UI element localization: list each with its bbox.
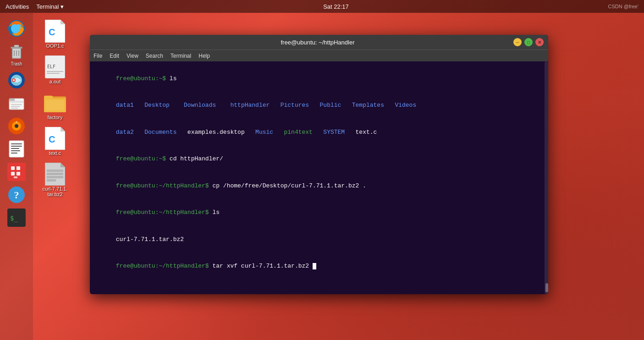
dock-item-firefox[interactable] xyxy=(1,17,32,39)
prompt-1: free@ubuntu:~$ xyxy=(116,75,170,82)
terminal-window: free@ubuntu: ~/httpHandler ─ □ ✕ File Ed… xyxy=(90,35,548,294)
menu-file[interactable]: File xyxy=(94,53,102,59)
ls-documents: Documents xyxy=(144,129,187,136)
svg-rect-5 xyxy=(14,45,19,47)
menu-help[interactable]: Help xyxy=(198,53,210,59)
topbar-right: CSDN @free' xyxy=(608,4,638,9)
terminal-dock-icon: $_ xyxy=(7,208,26,227)
clock: Sat 22:17 xyxy=(323,3,349,10)
factory-folder-icon xyxy=(44,92,66,114)
ls-music: Music xyxy=(255,129,284,136)
maximize-button[interactable]: □ xyxy=(524,38,533,46)
ls-desktop: Desktop xyxy=(144,102,184,109)
menu-view[interactable]: View xyxy=(127,53,138,59)
prompt-cp: free@ubuntu:~/httpHandler$ xyxy=(116,182,213,189)
terminal-scrollbar[interactable] xyxy=(545,61,548,294)
svg-text:?: ? xyxy=(14,189,19,201)
ls-data1: data1 xyxy=(116,102,144,109)
factory-label: factory xyxy=(47,115,62,120)
dock-item-texteditor[interactable] xyxy=(1,138,32,160)
trash-label: Trash xyxy=(11,61,22,66)
firefox-icon xyxy=(7,19,26,38)
ls-tarbz2: curl-7.71.1.tar.bz2 xyxy=(116,236,184,243)
desktop-file-tarbz2[interactable]: curl-7.71.1.tar.bz2 xyxy=(37,161,73,199)
menu-edit[interactable]: Edit xyxy=(110,53,119,59)
svg-rect-16 xyxy=(11,104,22,105)
svg-rect-57 xyxy=(47,176,63,178)
cmd-tar: tar xvf curl-7.71.1.tar.bz2 xyxy=(212,263,312,269)
svg-rect-31 xyxy=(11,172,15,175)
term-line-tar: free@ubuntu:~/httpHandler$ tar xvf curl-… xyxy=(94,253,544,280)
activities-button[interactable]: Activities xyxy=(6,3,29,10)
terminal-title: free@ubuntu: ~/httpHandler xyxy=(122,39,513,46)
dock-item-appgrid[interactable] xyxy=(1,161,32,183)
prompt-tar: free@ubuntu:~/httpHandler$ xyxy=(116,263,213,269)
menu-search[interactable]: Search xyxy=(146,53,163,59)
ls-public: Public xyxy=(320,102,352,109)
svg-rect-25 xyxy=(11,148,19,149)
menu-terminal[interactable]: Terminal xyxy=(171,53,191,59)
rhythmbox-icon xyxy=(7,117,26,135)
terminal-window-controls: ─ □ ✕ xyxy=(513,38,544,46)
textc-icon: C xyxy=(44,127,66,149)
dock-item-terminal[interactable]: $_ xyxy=(1,207,32,229)
trash-icon xyxy=(7,42,26,60)
terminal-menu-arrow: ▾ xyxy=(61,3,64,10)
ls-pin4text: pin4text xyxy=(284,129,324,136)
svg-point-12 xyxy=(13,79,15,81)
cmd-cp: cp /home/free/Desktop/curl-7.71.1.tar.bz… xyxy=(212,182,366,189)
ls-pictures: Pictures xyxy=(281,102,320,109)
desktop-file-textc[interactable]: C text.c xyxy=(37,126,73,158)
term-line-cd: free@ubuntu:~$ cd httpHandler/ xyxy=(94,146,544,173)
cmd-cd: cd httpHandler/ xyxy=(170,155,223,162)
appgrid-icon xyxy=(7,163,26,181)
ls-httphandler: httpHandler xyxy=(230,102,280,109)
desktop-file-aout[interactable]: ELF a.out xyxy=(37,54,73,86)
desktop-file-factory[interactable]: factory xyxy=(37,90,73,122)
svg-marker-39 xyxy=(61,20,65,24)
svg-rect-18 xyxy=(11,108,18,109)
svg-rect-55 xyxy=(47,170,63,172)
texteditor-icon xyxy=(7,140,26,158)
svg-rect-27 xyxy=(11,153,17,154)
oop1c-label: OOP1.c xyxy=(46,43,64,49)
dock: Trash xyxy=(0,13,33,340)
svg-rect-58 xyxy=(47,179,56,181)
dock-item-rhythmbox[interactable] xyxy=(1,115,32,137)
ls-videos: Videos xyxy=(395,102,416,109)
svg-rect-49 xyxy=(46,100,64,110)
scrollbar-thumb xyxy=(545,283,548,292)
svg-rect-17 xyxy=(11,106,20,107)
desktop-file-oop1c[interactable]: C OOP1.c xyxy=(37,18,73,50)
svg-rect-30 xyxy=(17,166,20,170)
dock-item-help[interactable]: ? xyxy=(1,184,32,206)
term-line-1: free@ubuntu:~$ ls xyxy=(94,65,544,92)
ls-textc: text.c xyxy=(356,129,377,136)
terminal-menubar: File Edit View Search Terminal Help xyxy=(90,49,548,61)
svg-point-21 xyxy=(15,124,18,128)
svg-text:C: C xyxy=(49,27,55,37)
minimize-button[interactable]: ─ xyxy=(513,38,522,46)
prompt-ls3: free@ubuntu:~/httpHandler$ xyxy=(116,209,213,216)
svg-marker-51 xyxy=(61,127,65,132)
svg-rect-24 xyxy=(11,146,22,147)
close-button[interactable]: ✕ xyxy=(535,38,544,46)
aout-icon: ELF xyxy=(44,56,66,78)
tarbz2-label: curl-7.71.1.tar.bz2 xyxy=(42,186,67,197)
svg-marker-54 xyxy=(61,163,65,167)
desktop-files: C OOP1.c ELF a.out factory xyxy=(37,18,73,199)
svg-text:$_: $_ xyxy=(10,214,18,222)
terminal-menu-button[interactable]: Terminal ▾ xyxy=(36,3,64,10)
textc-label: text.c xyxy=(49,150,61,156)
svg-rect-44 xyxy=(47,73,60,74)
terminal-body[interactable]: free@ubuntu:~$ ls data1 Desktop Download… xyxy=(90,61,548,294)
dock-item-trash[interactable]: Trash xyxy=(1,40,32,68)
ls-examples: examples.desktop xyxy=(187,129,255,136)
dock-item-thunderbird[interactable] xyxy=(1,69,32,91)
svg-rect-43 xyxy=(47,71,63,72)
svg-rect-15 xyxy=(9,101,24,103)
help-icon: ? xyxy=(7,186,26,204)
svg-rect-56 xyxy=(47,173,63,175)
svg-rect-29 xyxy=(11,166,15,170)
dock-item-filemanager[interactable] xyxy=(1,92,32,114)
